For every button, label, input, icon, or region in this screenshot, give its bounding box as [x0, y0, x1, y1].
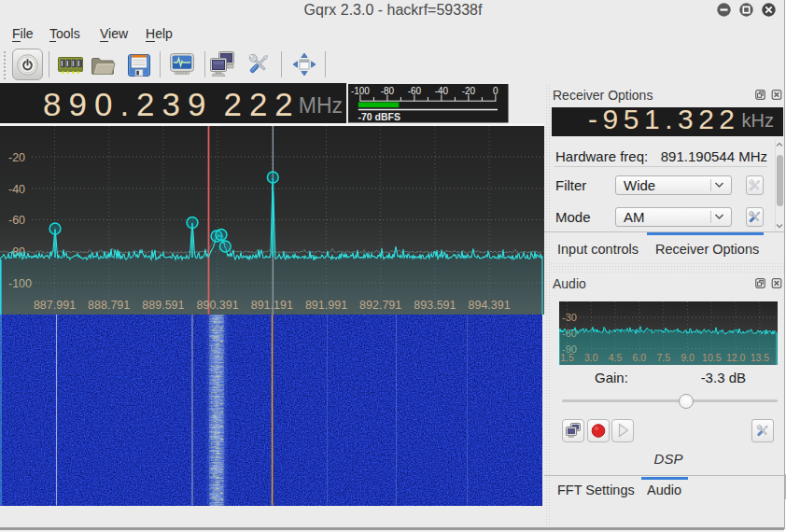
svg-text:892.791: 892.791 [359, 299, 401, 312]
svg-text:-60: -60 [408, 86, 422, 96]
svg-text:891.191: 891.191 [251, 299, 293, 312]
svg-text:-20: -20 [8, 150, 25, 163]
svg-text:7.5: 7.5 [656, 352, 670, 363]
svg-text:9.0: 9.0 [681, 352, 695, 363]
svg-text:1.5: 1.5 [560, 352, 574, 363]
svg-text:-20: -20 [462, 86, 476, 96]
svg-text:888.791: 888.791 [88, 299, 130, 312]
svg-text:-30: -30 [562, 312, 577, 323]
svg-text:-70 dBFS: -70 dBFS [358, 111, 401, 122]
svg-text:893.591: 893.591 [414, 299, 456, 312]
svg-text:887.991: 887.991 [34, 299, 76, 312]
svg-text:891.991: 891.991 [305, 299, 347, 312]
svg-text:3.0: 3.0 [583, 352, 597, 363]
svg-text:-40: -40 [435, 86, 449, 96]
svg-text:-60: -60 [8, 214, 25, 227]
svg-text:-80: -80 [381, 86, 395, 96]
svg-text:-100: -100 [351, 86, 370, 96]
svg-text:4.5: 4.5 [608, 352, 622, 363]
svg-text:894.391: 894.391 [469, 299, 511, 312]
svg-text:889.591: 889.591 [142, 299, 184, 312]
svg-text:6.0: 6.0 [632, 352, 646, 363]
svg-text:12.0: 12.0 [725, 352, 745, 363]
svg-text:13.5: 13.5 [750, 352, 769, 363]
svg-text:0: 0 [493, 86, 498, 96]
svg-text:10.5: 10.5 [702, 352, 722, 363]
svg-text:-40: -40 [8, 182, 25, 195]
svg-text:890.391: 890.391 [197, 299, 239, 312]
